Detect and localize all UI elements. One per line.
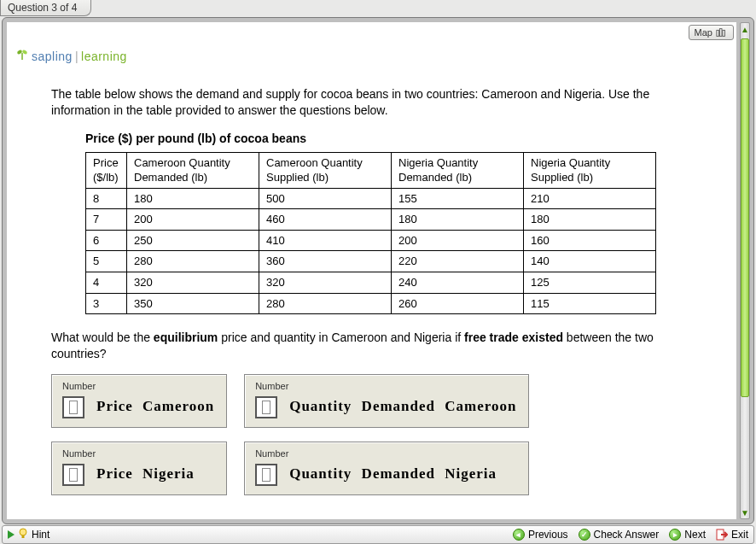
table-cell: 140 — [524, 251, 656, 272]
table-cell: 125 — [524, 272, 656, 293]
svg-rect-0 — [717, 30, 719, 36]
table-cell: 7 — [86, 209, 127, 231]
table-header-row: Price ($/lb) Cameroon Quantity Demanded … — [86, 152, 656, 188]
qty-nigeria-label: Quantity Demanded Nigeria — [289, 465, 497, 484]
scroll-down-icon[interactable]: ▼ — [741, 506, 749, 518]
table-cell: 320 — [127, 272, 259, 293]
scroll-thumb[interactable] — [741, 38, 749, 397]
table-cell: 200 — [392, 230, 524, 251]
table-cell: 280 — [127, 251, 259, 272]
table-cell: 350 — [127, 293, 259, 314]
brand-word1: sapling — [32, 50, 73, 63]
price-nigeria-label: Price Nigeria — [96, 465, 195, 484]
col-nig-s: Nigeria Quantity Supplied (lb) — [524, 152, 656, 188]
answer-price-nigeria: Number Price Nigeria — [51, 442, 227, 495]
svg-point-5 — [20, 529, 26, 535]
next-button[interactable]: ▸ Next — [669, 529, 706, 541]
table-cell: 210 — [524, 188, 656, 209]
table-row: 8180500155210 — [86, 188, 656, 209]
main-panel: Map sapling | learning The table below s… — [2, 17, 754, 524]
table-row: 6250410200160 — [86, 230, 656, 251]
table-cell: 180 — [392, 209, 524, 231]
bulb-icon — [18, 528, 28, 542]
question-tab: Question 3 of 4 — [0, 0, 91, 16]
answer-grid: Number Price Cameroon Number Quantity De… — [51, 374, 694, 495]
table-row: 5280360220140 — [86, 251, 656, 272]
exit-icon — [716, 529, 728, 541]
table-cell: 280 — [259, 293, 392, 314]
col-cam-s: Cameroon Quantity Supplied (lb) — [259, 152, 392, 188]
scroll-up-icon[interactable]: ▲ — [741, 23, 749, 35]
scrollbar[interactable]: ▲ ▼ — [740, 22, 750, 519]
table-row: 4320320240125 — [86, 272, 656, 293]
table-cell: 200 — [127, 209, 259, 231]
answer-price-cameroon: Number Price Cameroon — [51, 374, 227, 428]
qty-cameroon-label: Quantity Demanded Cameroon — [289, 397, 516, 417]
answer-qty-nigeria: Number Quantity Demanded Nigeria — [244, 442, 529, 495]
table-cell: 260 — [392, 293, 524, 314]
col-nig-d: Nigeria Quantity Demanded (lb) — [392, 152, 524, 188]
table-cell: 410 — [259, 230, 392, 251]
content-area: Map sapling | learning The table below s… — [7, 22, 736, 519]
price-cameroon-label: Price Cameroon — [96, 397, 214, 417]
table-cell: 3 — [86, 293, 127, 314]
field-label: Number — [255, 447, 516, 460]
col-cam-d: Cameroon Quantity Demanded (lb) — [127, 152, 259, 188]
exit-label: Exit — [731, 529, 748, 541]
check-answer-button[interactable]: ✓ Check Answer — [579, 529, 660, 541]
brand-logo: sapling | learning — [15, 48, 127, 64]
check-label: Check Answer — [594, 529, 660, 541]
svg-rect-6 — [22, 535, 25, 538]
table-cell: 155 — [392, 188, 524, 209]
price-cameroon-input[interactable] — [62, 396, 84, 418]
table-cell: 160 — [524, 230, 656, 251]
bottom-toolbar: Hint ◂ Previous ✓ Check Answer ▸ Next Ex… — [2, 525, 754, 544]
map-label: Map — [695, 26, 712, 39]
answer-qty-cameroon: Number Quantity Demanded Cameroon — [244, 374, 529, 428]
exit-button[interactable]: Exit — [716, 529, 748, 541]
col-price: Price ($/lb) — [86, 152, 127, 188]
table-cell: 4 — [86, 272, 127, 293]
intro-text: The table below shows the demand and sup… — [51, 86, 694, 119]
question-text: What would be the equilibrium price and … — [51, 330, 694, 362]
table-cell: 460 — [259, 209, 392, 231]
data-table: Price ($/lb) Cameroon Quantity Demanded … — [85, 152, 656, 314]
table-title: Price ($) per pound (lb) of cocoa beans — [85, 131, 694, 147]
svg-rect-1 — [719, 29, 722, 37]
table-cell: 220 — [392, 251, 524, 272]
field-label: Number — [255, 380, 516, 393]
table-row: 3350280260115 — [86, 293, 656, 314]
svg-rect-2 — [723, 30, 725, 36]
table-cell: 320 — [259, 272, 392, 293]
previous-button[interactable]: ◂ Previous — [513, 529, 568, 541]
qty-cameroon-input[interactable] — [255, 396, 277, 418]
leaf-icon — [15, 48, 29, 64]
play-icon — [8, 530, 15, 539]
next-label: Next — [684, 529, 706, 541]
table-row: 7200460180180 — [86, 209, 656, 231]
price-nigeria-input[interactable] — [62, 464, 84, 486]
previous-label: Previous — [528, 529, 568, 541]
table-cell: 6 — [86, 230, 127, 251]
map-button[interactable]: Map — [689, 25, 734, 40]
map-icon — [716, 27, 728, 38]
arrow-left-icon: ◂ — [513, 529, 525, 541]
table-cell: 500 — [259, 188, 392, 209]
arrow-right-icon: ▸ — [669, 529, 681, 541]
table-cell: 240 — [392, 272, 524, 293]
question-body: The table below shows the demand and sup… — [51, 86, 694, 495]
hint-button[interactable]: Hint — [8, 528, 49, 542]
field-label: Number — [62, 380, 214, 393]
field-label: Number — [62, 447, 214, 460]
brand-word2: learning — [81, 50, 127, 63]
table-cell: 360 — [259, 251, 392, 272]
brand-divider: | — [75, 50, 79, 63]
hint-label: Hint — [32, 529, 49, 541]
table-cell: 180 — [524, 209, 656, 231]
check-icon: ✓ — [579, 529, 590, 541]
table-cell: 250 — [127, 230, 259, 251]
qty-nigeria-input[interactable] — [255, 464, 277, 486]
table-cell: 115 — [524, 293, 656, 314]
table-cell: 180 — [127, 188, 259, 209]
table-cell: 8 — [86, 188, 127, 209]
